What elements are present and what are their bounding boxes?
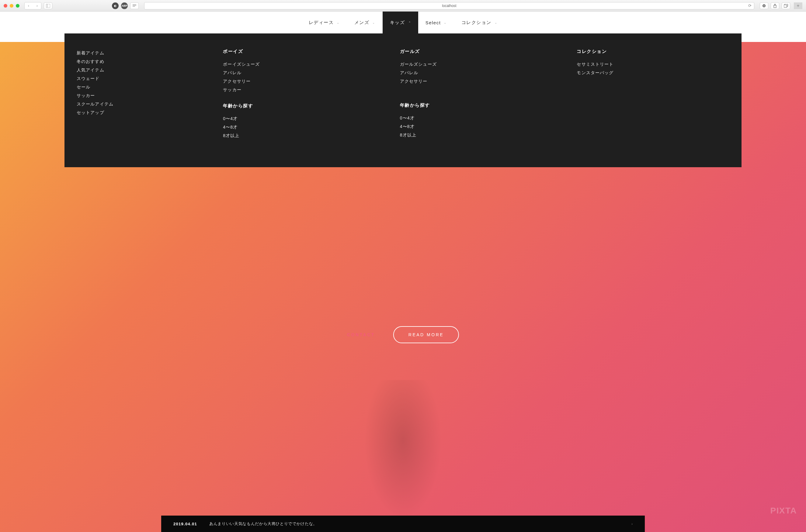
chevron-down-icon: ⌄ [372, 21, 375, 24]
maximize-window-button[interactable] [16, 4, 19, 7]
address-bar[interactable]: localhost ⟳ [144, 2, 754, 10]
mega-link[interactable]: アクセサリー [400, 77, 552, 86]
mega-heading-age: 年齢から探す [223, 103, 376, 109]
window-controls [4, 4, 19, 7]
mega-link[interactable]: 新着アイテム [77, 49, 199, 57]
share-button[interactable] [771, 2, 779, 9]
download-icon [762, 4, 766, 7]
mega-link[interactable]: 人気アイテム [77, 66, 199, 74]
back-button[interactable]: ‹ [25, 2, 33, 9]
news-ticker: 2019.04.01 あんまりいい天気なもんだから大将ひとりででかけたな。 › [161, 516, 645, 532]
hero-actions: CONTACT READ MORE [347, 326, 459, 343]
mega-link[interactable]: 0〜4才 [223, 114, 376, 123]
mega-link[interactable]: スクールアイテム [77, 100, 199, 108]
mega-link[interactable]: 8才以上 [400, 131, 552, 139]
mega-link[interactable]: アパレル [223, 69, 376, 77]
nav-label: キッズ [390, 20, 405, 25]
browser-toolbar: ‹ › ◐ ABP localhost ⟳ [0, 0, 806, 12]
mega-link[interactable]: 冬のおすすめ [77, 57, 199, 66]
mega-link[interactable]: セサミストリート [577, 60, 729, 69]
mega-link[interactable]: 4〜8才 [223, 123, 376, 131]
mega-link[interactable]: ガールズシューズ [400, 60, 552, 69]
mega-section-boys-age: 年齢から探す 0〜4才 4〜8才 8才以上 [223, 103, 376, 140]
mega-section-girls: ガールズ ガールズシューズ アパレル アクセサリー [400, 49, 552, 86]
nav-label: レディース [309, 20, 334, 25]
nav-label: Select [426, 20, 441, 25]
right-toolbar [760, 2, 790, 9]
news-date: 2019.04.01 [173, 522, 197, 526]
sidebar-icon [46, 4, 50, 7]
chevron-down-icon: ⌄ [337, 21, 340, 24]
nav-item-kids[interactable]: キッズ ⌄ [382, 12, 418, 34]
mega-link[interactable]: 0〜4才 [400, 114, 552, 122]
mega-link[interactable]: サッカー [223, 86, 376, 94]
nav-list: レディース ⌄ メンズ ⌄ キッズ ⌄ Select ⌄ コレクション ⌄ [301, 12, 505, 34]
history-nav: ‹ › [24, 2, 41, 10]
mega-section-girls-age: 年齢から探す 0〜4才 4〜8才 8才以上 [400, 102, 552, 139]
mega-link[interactable]: スウェード [77, 74, 199, 83]
mega-link[interactable]: セットアップ [77, 108, 199, 117]
contact-link[interactable]: CONTACT [347, 332, 375, 337]
nav-item-select[interactable]: Select ⌄ [418, 12, 454, 34]
share-icon [773, 4, 777, 8]
mega-col-general: 新着アイテム 冬のおすすめ 人気アイテム スウェード セール サッカー スクール… [77, 49, 199, 149]
nav-item-collection[interactable]: コレクション ⌄ [454, 12, 505, 34]
sidebar-toggle-button[interactable] [44, 2, 52, 9]
mega-heading-age: 年齢から探す [400, 102, 552, 108]
mega-link[interactable]: 8才以上 [223, 131, 376, 140]
url-text: localhost [442, 4, 456, 8]
chevron-down-icon: ⌄ [494, 21, 498, 24]
forward-button[interactable]: › [33, 2, 41, 9]
news-text: あんまりいい天気なもんだから大将ひとりででかけたな。 [209, 521, 317, 527]
mega-link[interactable]: アパレル [400, 69, 552, 77]
close-window-button[interactable] [4, 4, 7, 7]
nav-label: コレクション [462, 20, 491, 25]
nav-item-mens[interactable]: メンズ ⌄ [347, 12, 382, 34]
mega-heading-girls: ガールズ [400, 49, 552, 54]
mega-link[interactable]: ボーイズシューズ [223, 60, 376, 69]
svg-rect-7 [784, 5, 787, 7]
new-tab-button[interactable]: + [794, 2, 802, 9]
mega-col-boys: ボーイズ ボーイズシューズ アパレル アクセサリー サッカー 年齢から探す 0〜… [223, 49, 376, 149]
nav-item-ladies[interactable]: レディース ⌄ [301, 12, 347, 34]
tabs-button[interactable] [782, 2, 790, 9]
downloads-button[interactable] [760, 2, 768, 9]
mega-link[interactable]: モンスターバッグ [577, 69, 729, 77]
mega-link[interactable]: セール [77, 83, 199, 91]
extension-icon-1[interactable]: ◐ [112, 2, 119, 9]
mega-menu-kids: 新着アイテム 冬のおすすめ 人気アイテム スウェード セール サッカー スクール… [64, 34, 742, 167]
mega-heading-collection: コレクション [577, 49, 729, 54]
watermark-text: PIXTA [770, 506, 797, 516]
extension-icons: ◐ ABP [112, 2, 128, 9]
mega-link[interactable]: サッカー [77, 91, 199, 100]
page-content: CONTACT READ MORE PIXTA 2019.04.01 あんまりい… [0, 12, 806, 532]
reader-mode-button[interactable] [130, 2, 139, 9]
hero-image [357, 380, 449, 532]
mega-col-collection: コレクション セサミストリート モンスターバッグ [577, 49, 729, 149]
chevron-up-icon: ⌄ [408, 21, 411, 24]
main-navigation: レディース ⌄ メンズ ⌄ キッズ ⌄ Select ⌄ コレクション ⌄ [0, 12, 806, 34]
mega-heading-boys: ボーイズ [223, 49, 376, 54]
nav-label: メンズ [354, 20, 370, 25]
mega-link[interactable]: 4〜8才 [400, 122, 552, 131]
mega-col-girls: ガールズ ガールズシューズ アパレル アクセサリー 年齢から探す 0〜4才 4〜… [400, 49, 552, 149]
chevron-down-icon: ⌄ [444, 21, 447, 24]
reload-icon[interactable]: ⟳ [748, 3, 752, 8]
news-next-icon[interactable]: › [632, 522, 633, 526]
read-more-button[interactable]: READ MORE [393, 326, 459, 343]
mega-section-boys: ボーイズ ボーイズシューズ アパレル アクセサリー サッカー [223, 49, 376, 94]
mega-link[interactable]: アクセサリー [223, 77, 376, 86]
tabs-icon [784, 4, 788, 7]
svg-rect-0 [46, 4, 50, 7]
adblock-icon[interactable]: ABP [121, 2, 128, 9]
minimize-window-button[interactable] [10, 4, 13, 7]
reader-icon [133, 4, 136, 7]
